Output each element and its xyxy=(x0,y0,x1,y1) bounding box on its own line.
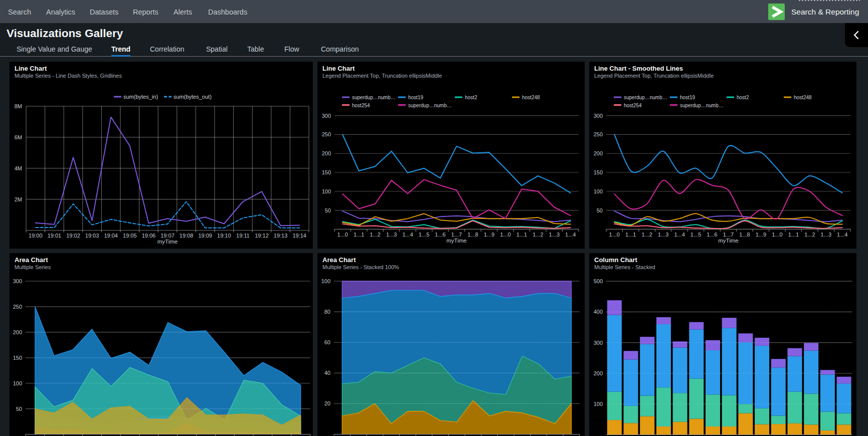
svg-text:19:04: 19:04 xyxy=(104,233,118,239)
svg-text:200: 200 xyxy=(13,329,22,335)
svg-text:host19: host19 xyxy=(680,95,695,100)
svg-text:19:10: 19:10 xyxy=(217,233,231,239)
svg-text:2M: 2M xyxy=(15,196,22,202)
svg-text:1...4: 1...4 xyxy=(402,232,413,238)
svg-text:myTime: myTime xyxy=(446,238,466,244)
svg-text:1...2: 1...2 xyxy=(804,232,815,238)
svg-text:19:00: 19:00 xyxy=(29,233,43,239)
svg-text:100: 100 xyxy=(13,380,22,386)
svg-text:host248: host248 xyxy=(794,95,812,100)
svg-text:19:11: 19:11 xyxy=(236,233,250,239)
svg-text:1...5: 1...5 xyxy=(690,232,701,238)
svg-text:300: 300 xyxy=(594,340,603,346)
svg-text:1...3: 1...3 xyxy=(658,232,668,238)
svg-text:100: 100 xyxy=(594,401,603,407)
svg-text:100: 100 xyxy=(321,278,330,284)
svg-text:host2: host2 xyxy=(737,95,749,100)
svg-text:300: 300 xyxy=(13,278,22,284)
svg-text:50: 50 xyxy=(325,207,331,213)
svg-text:1...0: 1...0 xyxy=(772,232,782,238)
svg-text:1...0: 1...0 xyxy=(337,232,348,238)
svg-text:150: 150 xyxy=(322,169,331,175)
svg-text:1...1: 1...1 xyxy=(354,232,364,238)
svg-text:superdup…numb…: superdup…numb… xyxy=(624,95,667,100)
svg-text:50: 50 xyxy=(16,406,22,412)
svg-text:250: 250 xyxy=(594,131,603,137)
svg-text:myTime: myTime xyxy=(157,239,178,245)
svg-text:myTime: myTime xyxy=(718,238,738,244)
svg-text:19:13: 19:13 xyxy=(274,233,288,239)
svg-text:300: 300 xyxy=(594,113,603,119)
svg-text:1...3: 1...3 xyxy=(549,232,560,238)
svg-text:1...1: 1...1 xyxy=(625,232,636,238)
svg-text:host254: host254 xyxy=(352,103,370,108)
svg-text:1...0: 1...0 xyxy=(609,232,620,238)
svg-text:1...6: 1...6 xyxy=(435,232,445,238)
svg-text:19:03: 19:03 xyxy=(85,233,99,239)
svg-text:1...4: 1...4 xyxy=(837,232,847,238)
svg-text:1...9: 1...9 xyxy=(484,232,494,238)
svg-text:19:06: 19:06 xyxy=(142,233,156,239)
svg-text:19:08: 19:08 xyxy=(180,233,194,239)
svg-text:host248: host248 xyxy=(522,95,540,100)
svg-text:200: 200 xyxy=(594,150,603,156)
svg-text:1...4: 1...4 xyxy=(674,232,684,238)
svg-text:1...2: 1...2 xyxy=(533,232,543,238)
svg-text:host2: host2 xyxy=(465,95,477,100)
svg-text:19:09: 19:09 xyxy=(198,233,212,239)
svg-text:superdup…numb…: superdup…numb… xyxy=(352,95,396,100)
svg-text:19:12: 19:12 xyxy=(255,233,269,239)
svg-text:1...1: 1...1 xyxy=(516,232,527,238)
svg-text:500: 500 xyxy=(594,278,603,284)
svg-text:1...3: 1...3 xyxy=(821,232,831,238)
svg-text:50: 50 xyxy=(597,207,603,213)
svg-text:19:02: 19:02 xyxy=(66,233,80,239)
svg-text:host19: host19 xyxy=(408,95,423,100)
svg-text:200: 200 xyxy=(594,370,603,376)
svg-text:sum(bytes_out): sum(bytes_out) xyxy=(173,94,212,100)
svg-text:1...8: 1...8 xyxy=(739,232,750,238)
svg-text:150: 150 xyxy=(594,169,603,175)
svg-text:19:05: 19:05 xyxy=(123,233,137,239)
svg-text:6M: 6M xyxy=(15,134,22,140)
svg-text:200: 200 xyxy=(322,150,331,156)
svg-text:1...9: 1...9 xyxy=(756,232,766,238)
svg-text:20: 20 xyxy=(324,400,330,406)
svg-text:1...8: 1...8 xyxy=(467,232,478,238)
svg-text:superdup…numb…: superdup…numb… xyxy=(408,103,452,108)
svg-text:19:01: 19:01 xyxy=(48,233,62,239)
svg-text:150: 150 xyxy=(13,355,22,361)
svg-text:250: 250 xyxy=(13,304,22,310)
svg-text:100: 100 xyxy=(594,188,603,194)
svg-text:1...6: 1...6 xyxy=(707,232,717,238)
svg-text:1...4: 1...4 xyxy=(565,232,576,238)
svg-text:host254: host254 xyxy=(624,103,642,108)
svg-text:1...7: 1...7 xyxy=(451,232,462,238)
svg-text:250: 250 xyxy=(322,131,331,137)
svg-text:300: 300 xyxy=(322,113,331,119)
svg-text:1...0: 1...0 xyxy=(500,232,510,238)
svg-text:19:07: 19:07 xyxy=(160,233,175,239)
svg-text:1...1: 1...1 xyxy=(788,232,799,238)
svg-text:100: 100 xyxy=(322,188,331,194)
svg-text:60: 60 xyxy=(324,339,330,345)
svg-text:400: 400 xyxy=(594,309,603,315)
svg-text:4M: 4M xyxy=(15,165,22,171)
svg-text:sum(bytes_in): sum(bytes_in) xyxy=(123,94,158,100)
svg-text:40: 40 xyxy=(324,370,330,376)
svg-text:1...5: 1...5 xyxy=(419,232,429,238)
svg-text:superdup…numb…: superdup…numb… xyxy=(680,103,724,108)
svg-text:1...2: 1...2 xyxy=(641,232,652,238)
svg-text:1...2: 1...2 xyxy=(370,232,380,238)
svg-text:1...7: 1...7 xyxy=(723,232,734,238)
svg-text:8M: 8M xyxy=(15,103,22,109)
svg-text:80: 80 xyxy=(324,309,330,315)
svg-text:1...3: 1...3 xyxy=(386,232,397,238)
svg-text:19:14: 19:14 xyxy=(292,233,306,239)
